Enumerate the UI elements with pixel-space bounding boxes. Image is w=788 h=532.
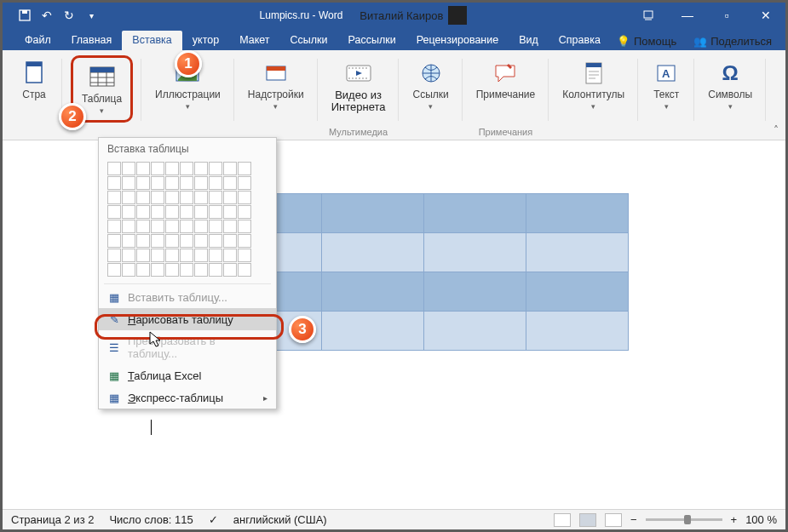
excel-icon: ▦ <box>107 369 121 382</box>
video-icon <box>344 59 373 88</box>
svg-rect-2 <box>644 11 653 18</box>
view-print-layout[interactable] <box>579 513 596 527</box>
grid-icon: ▦ <box>107 290 121 304</box>
headerfooter-button[interactable]: Колонтитулы ▾ <box>557 55 630 114</box>
tab-references[interactable]: Ссылки <box>280 31 338 50</box>
document-title: Lumpics.ru - Word <box>260 9 343 21</box>
comment-icon <box>491 59 520 88</box>
view-web-layout[interactable] <box>605 513 622 527</box>
addins-button[interactable]: Надстройки ▾ <box>243 55 309 114</box>
menu-insert-table[interactable]: ▦ Вставить таблицу... <box>99 286 276 308</box>
status-language[interactable]: английский (США) <box>233 513 327 526</box>
svg-rect-14 <box>586 63 601 67</box>
tab-view[interactable]: Вид <box>509 31 549 50</box>
tab-home[interactable]: Главная <box>61 31 123 50</box>
omega-icon: Ω <box>716 59 745 88</box>
zoom-value[interactable]: 100 % <box>745 513 777 526</box>
view-read-mode[interactable] <box>554 513 571 527</box>
dropdown-header: Вставка таблицы <box>99 138 276 158</box>
redo-icon[interactable]: ↻ <box>62 9 76 22</box>
minimize-button[interactable]: — <box>668 3 707 28</box>
user-name[interactable]: Виталий Каиров <box>359 6 467 25</box>
zoom-slider[interactable] <box>646 518 722 521</box>
tab-review[interactable]: Рецензирование <box>406 31 509 50</box>
group-label-comments: Примечания <box>463 127 549 137</box>
close-button[interactable]: ✕ <box>746 3 785 28</box>
table-icon <box>88 63 117 92</box>
ribbon-options-icon[interactable] <box>629 3 668 28</box>
tab-layout[interactable]: Макет <box>229 31 279 50</box>
callout-badge-2: 2 <box>59 103 86 130</box>
text-cursor <box>151 420 152 435</box>
svg-rect-6 <box>90 67 114 72</box>
chevron-down-icon: ▾ <box>100 106 104 115</box>
quick-table-icon: ▦ <box>107 391 121 404</box>
table-dropdown: Вставка таблицы ▦ Вставить таблицу... ✎ … <box>98 137 277 409</box>
status-bar: Страница 2 из 2 Число слов: 115 ✓ англий… <box>3 509 785 529</box>
tab-design[interactable]: уктор <box>182 31 229 50</box>
convert-icon: ☰ <box>107 340 121 354</box>
menu-convert-text[interactable]: ☰ Преобразовать в таблицу... <box>99 330 276 364</box>
tab-help[interactable]: Справка <box>549 31 611 50</box>
pages-button[interactable]: Стра <box>14 55 54 104</box>
title-bar: ↶ ↻ ▾ Lumpics.ru - Word Виталий Каиров —… <box>3 3 785 28</box>
link-icon <box>417 59 446 88</box>
share-button[interactable]: 👥 Поделиться <box>688 32 777 50</box>
status-page[interactable]: Страница 2 из 2 <box>11 513 94 526</box>
comment-button[interactable]: Примечание <box>471 55 540 104</box>
pencil-icon: ✎ <box>107 312 121 326</box>
menu-draw-table[interactable]: ✎ Нарисовать таблицу <box>99 308 276 330</box>
tell-me-button[interactable]: 💡 Помощь <box>612 32 682 50</box>
menu-quick-tables[interactable]: ▦ Экспресс-таблицы ▸ <box>99 386 276 409</box>
status-word-count[interactable]: Число слов: 115 <box>109 513 193 526</box>
undo-icon[interactable]: ↶ <box>40 9 54 22</box>
tab-insert[interactable]: Вставка <box>122 31 181 50</box>
quick-access-toolbar: ↶ ↻ ▾ <box>3 9 98 22</box>
header-footer-icon <box>579 59 608 88</box>
chevron-right-icon: ▸ <box>263 393 267 403</box>
ribbon-tabs: Файл Главная Вставка уктор Макет Ссылки … <box>3 28 785 50</box>
save-icon[interactable] <box>18 9 32 22</box>
qat-dropdown-icon[interactable]: ▾ <box>84 9 98 22</box>
tab-file[interactable]: Файл <box>14 31 61 50</box>
svg-rect-1 <box>22 10 27 14</box>
collapse-ribbon-icon[interactable]: ˄ <box>774 124 779 136</box>
svg-rect-4 <box>26 62 42 66</box>
spellcheck-icon[interactable]: ✓ <box>209 513 218 526</box>
tab-mailings[interactable]: Рассылки <box>338 31 406 50</box>
links-button[interactable]: Ссылки ▾ <box>407 55 453 114</box>
menu-excel-table[interactable]: ▦ Таблица Excel <box>99 364 276 386</box>
avatar <box>448 6 467 25</box>
group-label-media: Мультимедиа <box>318 127 400 137</box>
svg-text:A: A <box>662 67 670 80</box>
maximize-button[interactable]: ▫ <box>707 3 746 28</box>
callout-badge-3: 3 <box>289 316 316 343</box>
symbols-button[interactable]: Ω Символы ▾ <box>703 55 757 114</box>
online-video-button[interactable]: Видео изИнтернета <box>326 55 391 117</box>
addins-icon <box>262 59 290 88</box>
table-size-grid[interactable] <box>99 158 276 282</box>
zoom-out-button[interactable]: − <box>630 513 637 526</box>
zoom-in-button[interactable]: + <box>731 513 738 526</box>
text-button[interactable]: A Текст ▾ <box>647 55 686 114</box>
svg-rect-10 <box>267 66 285 71</box>
word-window: ↶ ↻ ▾ Lumpics.ru - Word Виталий Каиров —… <box>0 0 788 532</box>
page-icon <box>20 59 49 88</box>
callout-badge-1: 1 <box>175 50 202 77</box>
textbox-icon: A <box>652 59 681 88</box>
ribbon: Стра Таблица ▾ Иллюстрации ▾ Надстрой <box>3 50 785 140</box>
